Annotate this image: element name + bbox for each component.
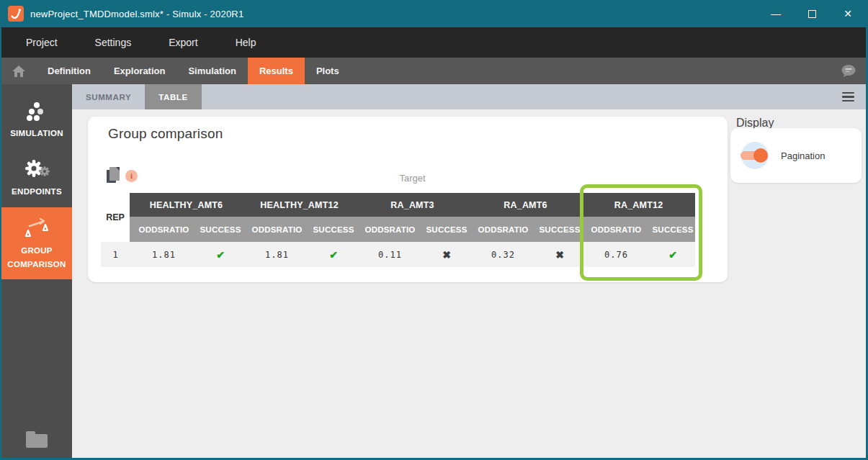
- tab-exploration[interactable]: Exploration: [102, 58, 177, 84]
- home-button[interactable]: [1, 58, 36, 84]
- subheader-oddsratio: ODDSRATIO: [243, 217, 311, 242]
- menu-project[interactable]: Project: [22, 34, 62, 51]
- results-content: Group comparison i Target REP 1: [72, 109, 866, 458]
- copy-table-button[interactable]: [107, 167, 121, 184]
- titlebar: newProject_TMDDmodel.smlx* - Simulx - 20…: [1, 0, 866, 27]
- pagination-label: Pagination: [781, 150, 825, 161]
- subheader-success: SUCCESS: [198, 217, 243, 242]
- app-window: newProject_TMDDmodel.smlx* - Simulx - 20…: [0, 0, 868, 460]
- menubar: Project Settings Export Help: [1, 27, 866, 58]
- group-header-healthy-amt6: HEALTHY_AMT6: [130, 193, 243, 217]
- maximize-button[interactable]: [794, 0, 830, 27]
- rep-cell: 1: [101, 242, 130, 267]
- toggle-knob: [753, 148, 768, 163]
- comparison-table: REP 1 HEALTHY_AMT6 HEALTHY_AMT12 RA_AMT3…: [101, 193, 695, 267]
- group-comparison-scale-icon: [23, 216, 50, 239]
- subheader-oddsratio: ODDSRATIO: [356, 217, 424, 242]
- pagination-toggle[interactable]: [736, 141, 774, 170]
- fail-icon: ✖: [424, 242, 469, 267]
- open-folder-button[interactable]: [1, 434, 72, 448]
- sidebar-label-simulation: SIMULATION: [10, 129, 63, 137]
- success-icon: ✔: [650, 242, 695, 267]
- tab-results[interactable]: Results: [248, 58, 305, 84]
- subheader-oddsratio: ODDSRATIO: [469, 217, 537, 242]
- simulx-logo-icon: [8, 6, 24, 22]
- result-subtabs: SUMMARY TABLE: [72, 84, 866, 109]
- group-comparison-card: Group comparison i Target REP 1: [88, 117, 728, 282]
- oddsratio-value: 1.81: [130, 242, 198, 267]
- minimize-button[interactable]: —: [758, 0, 794, 27]
- success-icon: ✔: [198, 242, 243, 267]
- success-icon: ✔: [311, 242, 356, 267]
- home-icon: [12, 65, 26, 78]
- sidebar-label-group-comparison: GROUP COMPARISON: [7, 246, 66, 269]
- target-label: Target: [130, 173, 695, 184]
- menu-help[interactable]: Help: [231, 34, 261, 51]
- group-header-healthy-amt12: HEALTHY_AMT12: [243, 193, 356, 217]
- group-header-ra-amt12: RA_AMT12: [582, 193, 695, 217]
- sidebar: SIMULATION: [1, 84, 72, 458]
- subheader-success: SUCCESS: [537, 217, 582, 242]
- tab-plots[interactable]: Plots: [305, 58, 351, 84]
- subheader-success: SUCCESS: [650, 217, 695, 242]
- chat-bubble-icon: [841, 64, 856, 78]
- subheader-success: SUCCESS: [311, 217, 356, 242]
- subheader-oddsratio: ODDSRATIO: [130, 217, 198, 242]
- rep-column-header: REP: [101, 193, 130, 242]
- subheader-oddsratio: ODDSRATIO: [582, 217, 650, 242]
- close-button[interactable]: ✕: [830, 0, 866, 27]
- subheader-success: SUCCESS: [424, 217, 469, 242]
- table-row: 1.81 ✔ 1.81 ✔ 0.11 ✖ 0.32 ✖ 0.76 ✔: [130, 242, 695, 267]
- menu-export[interactable]: Export: [164, 34, 202, 51]
- sidebar-item-endpoints[interactable]: ENDPOINTS: [1, 148, 72, 207]
- subheader-row: ODDSRATIO SUCCESS ODDSRATIO SUCCESS ODDS…: [130, 217, 695, 242]
- folder-icon: [26, 434, 48, 448]
- sidebar-item-simulation[interactable]: SIMULATION: [1, 93, 72, 148]
- tab-definition[interactable]: Definition: [36, 58, 102, 84]
- oddsratio-value: 0.11: [356, 242, 424, 267]
- menu-settings[interactable]: Settings: [91, 34, 136, 51]
- subtab-table[interactable]: TABLE: [145, 84, 201, 109]
- maximize-icon: [808, 10, 816, 18]
- group-header-ra-amt3: RA_AMT3: [356, 193, 469, 217]
- window-title: newProject_TMDDmodel.smlx* - Simulx - 20…: [30, 9, 243, 19]
- page-title: Group comparison: [88, 117, 728, 142]
- group-header-ra-amt6: RA_AMT6: [469, 193, 582, 217]
- nav-tabbar: Definition Exploration Simulation Result…: [1, 58, 866, 84]
- tab-simulation[interactable]: Simulation: [176, 58, 247, 84]
- oddsratio-value: 0.76: [582, 242, 650, 267]
- simulation-dots-icon: [25, 102, 48, 122]
- fail-icon: ✖: [537, 242, 582, 267]
- subtab-summary[interactable]: SUMMARY: [72, 84, 145, 109]
- sidebar-label-endpoints: ENDPOINTS: [12, 187, 62, 196]
- oddsratio-value: 1.81: [243, 242, 311, 267]
- sidebar-item-group-comparison[interactable]: GROUP COMPARISON: [1, 207, 72, 280]
- display-panel: Pagination: [730, 128, 862, 183]
- endpoints-gears-icon: [22, 157, 51, 180]
- window-controls: — ✕: [758, 0, 866, 27]
- feedback-button[interactable]: [841, 58, 866, 84]
- oddsratio-value: 0.32: [469, 242, 537, 267]
- group-header-row: HEALTHY_AMT6 HEALTHY_AMT12 RA_AMT3 RA_AM…: [130, 193, 695, 217]
- table-menu-button[interactable]: [842, 84, 854, 109]
